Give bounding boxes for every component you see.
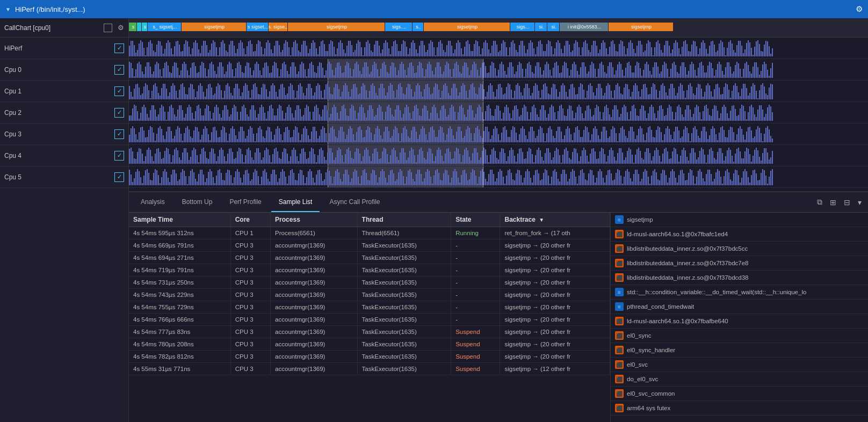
backtrace-row-0[interactable]: ≡ sigsetjmp (611, 213, 868, 227)
mini-bars-6 (129, 169, 868, 185)
table-row[interactable]: 4s 54ms 782µs 812ns CPU 3 accountmgr(136… (129, 351, 610, 363)
timeline-track-0[interactable] (129, 38, 868, 59)
backtrace-row-6[interactable]: ≡ pthread_cond_timedwait (611, 300, 868, 314)
callchart-checkbox[interactable] (104, 24, 112, 32)
cell-process-0: Process(6561) (271, 227, 357, 239)
track-label-6: Cpu 5 (4, 173, 111, 181)
track-checkbox-1[interactable]: ✓ (114, 65, 124, 75)
col-backtrace[interactable]: Backtrace ▼ (500, 213, 610, 227)
sidebar: CallChart [cpu0] ⚙ HiPerf ✓ Cpu 0 ✓ Cpu … (0, 18, 129, 422)
tab-bottom-up[interactable]: Bottom Up (175, 192, 220, 212)
backtrace-row-7[interactable]: ⬛ ld-musl-aarch64.so.1@0x7fbafbe640 (611, 314, 868, 329)
cell-backtrace-6: sigsetjmp → (20 other fr (500, 301, 610, 314)
backtrace-scroll[interactable]: ≡ sigsetjmp ⬛ ld-musl-aarch64.so.1@0x7fb… (611, 213, 868, 422)
cell-backtrace-10: sigsetjmp → (20 other fr (500, 351, 610, 363)
col-core[interactable]: Core (230, 213, 270, 227)
timeline-track-5[interactable] (129, 145, 868, 166)
timeline-rows[interactable] (129, 38, 868, 191)
timeline-segment-3[interactable]: s_ sigsetj... (148, 23, 181, 31)
table-row[interactable]: 4s 54ms 669µs 791ns CPU 3 accountmgr(136… (129, 239, 610, 252)
timeline-segment-7[interactable]: sigsetjmp (288, 23, 385, 31)
backtrace-row-12[interactable]: ⬛ el0_svc_common (611, 387, 868, 401)
timeline-segment-14[interactable]: i init@0x5583... (560, 23, 608, 31)
cell-backtrace-2: sigsetjmp → (20 other fr (500, 252, 610, 264)
timeline-segment-6[interactable]: s. sigse... (269, 23, 287, 31)
filter-button[interactable]: ⊟ (842, 197, 852, 208)
table-row[interactable]: 4s 54ms 766µs 666ns CPU 3 accountmgr(136… (129, 314, 610, 326)
track-checkbox-3[interactable]: ✓ (114, 108, 124, 118)
table-scroll[interactable]: Sample Time Core Process Thread State Ba… (129, 213, 610, 422)
col-sample-time[interactable]: Sample Time (129, 213, 230, 227)
table-row[interactable]: 4s 54ms 780µs 208ns CPU 3 accountmgr(136… (129, 338, 610, 351)
expand-button[interactable]: ⊞ (828, 197, 838, 208)
tab-sample-list[interactable]: Sample List (271, 192, 320, 212)
timeline-track-2[interactable] (129, 81, 868, 102)
table-row[interactable]: 4s 54ms 731µs 250ns CPU 3 accountmgr(136… (129, 277, 610, 289)
tab-perf-profile[interactable]: Perf Profile (222, 192, 269, 212)
timeline-segment-10[interactable]: sigsetjmp (424, 23, 510, 31)
cell-time-5: 4s 54ms 743µs 229ns (129, 289, 230, 301)
timeline-segment-5[interactable]: s sigset... (247, 23, 268, 31)
cell-time-7: 4s 54ms 766µs 666ns (129, 314, 230, 326)
table-row[interactable]: 4s 54ms 743µs 229ns CPU 3 accountmgr(136… (129, 289, 610, 301)
track-checkbox-4[interactable]: ✓ (114, 129, 124, 139)
timeline-segment-13[interactable]: si. (547, 23, 559, 31)
backtrace-text-5: std::__h::condition_variable::__do_timed… (627, 289, 806, 295)
track-checkbox-0[interactable]: ✓ (114, 43, 124, 53)
timeline-segment-8[interactable]: sigs.... (385, 23, 412, 31)
table-row[interactable]: 4s 54ms 719µs 791ns CPU 3 accountmgr(136… (129, 264, 610, 277)
tab-async-call-profile[interactable]: Async Call Profile (322, 192, 387, 212)
timeline-segment-15[interactable]: sigsetjmp (609, 23, 673, 31)
timeline-track-1[interactable] (129, 59, 868, 81)
timeline-track-4[interactable] (129, 123, 868, 145)
timeline-segment-2[interactable]: s (142, 23, 147, 31)
track-checkbox-2[interactable]: ✓ (114, 86, 124, 96)
cell-time-0: 4s 54ms 595µs 312ns (129, 227, 230, 239)
timeline-segment-4[interactable]: sigsetjmp (182, 23, 246, 31)
backtrace-row-4[interactable]: ⬛ libdistributeddata_inner.z.so@0x7f37bd… (611, 271, 868, 285)
table-row[interactable]: 4s 55ms 31µs 771ns CPU 3 accountmgr(1369… (129, 363, 610, 375)
backtrace-row-1[interactable]: ⬛ ld-musl-aarch64.so.1@0x7fbafc1ed4 (611, 227, 868, 242)
backtrace-row-11[interactable]: ⬛ do_el0_svc (611, 372, 868, 387)
backtrace-row-2[interactable]: ⬛ libdistributeddata_inner.z.so@0x7f37bd… (611, 242, 868, 256)
backtrace-text-9: el0_sync_handler (627, 347, 675, 353)
track-checkbox-5[interactable]: ✓ (114, 151, 124, 161)
table-row[interactable]: 4s 54ms 777µs 83ns CPU 3 accountmgr(1369… (129, 326, 610, 338)
timeline-segment-12[interactable]: si. (535, 23, 547, 31)
backtrace-icon-0: ≡ (615, 215, 624, 224)
backtrace-row-8[interactable]: ⬛ el0_sync (611, 329, 868, 343)
table-row[interactable]: 4s 54ms 755µs 729ns CPU 3 accountmgr(136… (129, 301, 610, 314)
table-header-row: Sample Time Core Process Thread State Ba… (129, 213, 610, 227)
backtrace-row-10[interactable]: ⬛ el0_svc (611, 358, 868, 372)
mini-bars-5 (129, 147, 868, 164)
tab-analysis[interactable]: Analysis (133, 192, 172, 212)
col-state[interactable]: State (451, 213, 500, 227)
copy-button[interactable]: ⧉ (815, 197, 824, 208)
cell-process-1: accountmgr(1369) (271, 239, 357, 252)
settings-icon[interactable]: ⚙ (856, 4, 863, 14)
backtrace-row-9[interactable]: ⬛ el0_sync_handler (611, 343, 868, 358)
callchart-gear-icon[interactable]: ⚙ (118, 24, 124, 32)
backtrace-row-5[interactable]: ≡ std::__h::condition_variable::__do_tim… (611, 285, 868, 300)
timeline-segment-0[interactable]: s (129, 23, 136, 31)
backtrace-icon-1: ⬛ (615, 230, 624, 238)
backtrace-row-3[interactable]: ⬛ libdistributeddata_inner.z.so@0x7f37bd… (611, 256, 868, 271)
track-row-1: Cpu 0 ✓ (0, 59, 128, 81)
timeline-segment-1[interactable] (137, 23, 141, 31)
timeline-track-6[interactable] (129, 166, 868, 188)
timeline-segment-9[interactable]: s.. (413, 23, 423, 31)
track-checkbox-6[interactable]: ✓ (114, 172, 124, 182)
cell-thread-0: Thread(6561) (357, 227, 451, 239)
timeline-track-3[interactable] (129, 102, 868, 123)
table-row[interactable]: 4s 54ms 694µs 271ns CPU 3 accountmgr(136… (129, 252, 610, 264)
more-button[interactable]: ▾ (856, 197, 864, 208)
timeline-segment-11[interactable]: sigs... (510, 23, 534, 31)
table-row[interactable]: 4s 54ms 595µs 312ns CPU 1 Process(6561) … (129, 227, 610, 239)
backtrace-row-13[interactable]: ⬛ arm64 sys futex (611, 401, 868, 416)
col-process[interactable]: Process (271, 213, 357, 227)
cell-core-6: CPU 3 (230, 301, 270, 314)
backtrace-icon-11: ⬛ (615, 375, 624, 383)
col-thread[interactable]: Thread (357, 213, 451, 227)
backtrace-icon-8: ⬛ (615, 331, 624, 340)
dropdown-arrow[interactable]: ▼ (5, 6, 11, 12)
